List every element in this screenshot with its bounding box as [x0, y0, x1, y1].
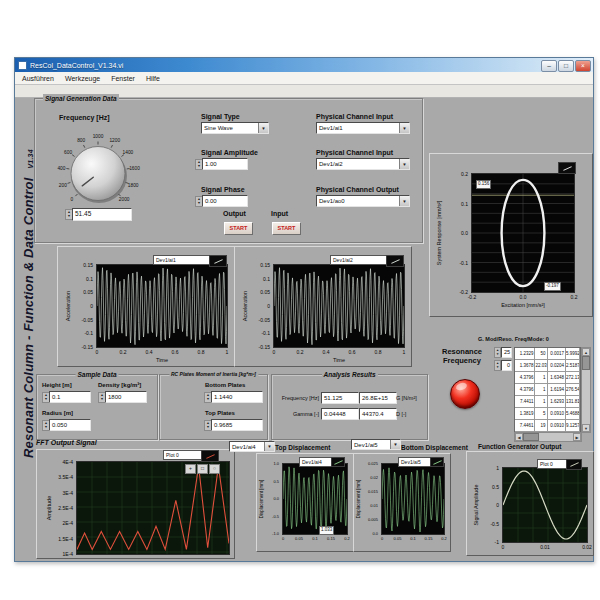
- menu-fenster[interactable]: Fenster: [111, 75, 135, 82]
- top-plates-field[interactable]: 0.9685: [211, 419, 263, 431]
- svg-text:1200: 1200: [109, 138, 120, 143]
- crosshair-tool-icon[interactable]: +: [185, 464, 196, 474]
- y-axis-tick: 0.1: [58, 276, 93, 282]
- table-index-col[interactable]: ▲▼0: [494, 360, 512, 371]
- graph-tool-palette[interactable]: +□○: [185, 464, 220, 474]
- pan-tool-icon[interactable]: ○: [209, 464, 220, 474]
- cursor-value: 1.033: [319, 526, 334, 535]
- y-axis-tick: 0.025: [354, 461, 378, 466]
- chevron-down-icon[interactable]: ▼: [399, 123, 409, 133]
- table-row: 1.381950.09105.4688: [515, 408, 580, 420]
- x-axis-tick: 0.0: [511, 294, 535, 300]
- physical-channel-input1-combo[interactable]: Dev1/ai1 ▼: [316, 122, 410, 134]
- rc-plates-frame-label: RC Plates Moment of Inertia [kg*m²]: [169, 370, 258, 379]
- plot-legend-icon: [386, 255, 404, 267]
- chevron-down-icon[interactable]: ▼: [390, 440, 400, 449]
- table-cell: 4.3796: [515, 384, 535, 396]
- maximize-button[interactable]: □: [558, 60, 574, 72]
- signal-phase-field[interactable]: 0.00: [202, 195, 248, 207]
- x-axis-tick: 0.2: [562, 294, 586, 300]
- plot-legend-icon: [209, 255, 227, 267]
- table-cell: 276.54: [566, 384, 580, 396]
- chevron-down-icon[interactable]: ▼: [264, 442, 274, 451]
- y-axis-tick: 3.5E-4: [37, 474, 73, 480]
- signal-amplitude-field[interactable]: 1.00: [202, 158, 248, 170]
- title-bar[interactable]: ResCol_DataControl_V1.34.vi – □ ×: [15, 58, 593, 72]
- analysis-g-value: 26.8E+15: [359, 392, 397, 404]
- scroll-left-icon[interactable]: ◀: [515, 433, 523, 441]
- menu-bar: Ausführen Werkzeuge Fenster Hilfe: [15, 72, 593, 85]
- table-cell: 5.9992: [566, 348, 580, 360]
- table-cell: 7.4411: [515, 396, 535, 408]
- y-axis-tick: -0.1: [235, 330, 270, 336]
- bottom-displacement-chart: 0.0250.020.0150.010.0050.000.050.10.150.…: [353, 453, 451, 552]
- x-axis-tick: 0.6: [163, 349, 187, 355]
- plot-legend: Dev1/ai2: [330, 255, 390, 265]
- radius-field[interactable]: 0.050: [49, 419, 91, 431]
- plot-legend-icon: [566, 459, 582, 470]
- table-horizontal-scrollbar[interactable]: ◀ ▶: [514, 432, 582, 442]
- scroll-up-icon[interactable]: ▲: [582, 348, 590, 356]
- cursor-value: -0.197: [544, 282, 561, 291]
- table-cell: 0.0017: [548, 348, 567, 360]
- analysis-results-frame-label: Analysis Results: [321, 370, 377, 379]
- y-axis-tick: 1: [467, 465, 499, 471]
- system_response-y-axis-label: Acceleration: [242, 291, 248, 321]
- input-start-button[interactable]: START: [272, 222, 301, 235]
- scrollbar-thumb[interactable]: [582, 356, 590, 370]
- close-button[interactable]: ×: [575, 60, 591, 72]
- table-cell: 0.0910: [548, 420, 567, 432]
- gmod-table-header: G. Mod/Reso. Freq/Mode: 0: [478, 336, 549, 342]
- table-cell: 131.81: [566, 396, 580, 408]
- physical-channel-input2-combo[interactable]: Dev1/ai2 ▼: [316, 158, 410, 170]
- physical-channel-output-combo[interactable]: Dev1/ao0 ▼: [316, 195, 410, 207]
- plot-legend-icon: [558, 162, 576, 174]
- x-axis-tick: 0.8: [366, 349, 390, 355]
- y-axis-tick: 1.5E-4: [37, 536, 73, 542]
- input-label: Input: [271, 210, 288, 217]
- density-field[interactable]: 1800: [105, 391, 147, 403]
- chevron-down-icon[interactable]: ▼: [399, 196, 409, 206]
- menu-hilfe[interactable]: Hilfe: [146, 75, 160, 82]
- table-cell: 1.3819: [515, 408, 535, 420]
- chevron-down-icon[interactable]: ▼: [399, 159, 409, 169]
- bottom_displacement-plot-area: [381, 463, 445, 535]
- x-axis-tick: 0.2: [288, 349, 312, 355]
- svg-text:1600: 1600: [129, 166, 140, 171]
- top-displacement-chart: 1.00.50.0-0.5-1.000.050.10.150.2Displace…: [256, 453, 354, 552]
- frequency-knob[interactable]: 0200400600800100012001400160018002000: [48, 127, 148, 219]
- table-cell: 272.13: [566, 372, 580, 384]
- physical-channel-output-value: Dev1/ao0: [319, 198, 345, 204]
- analysis-d-label: D [-]: [396, 411, 406, 417]
- minimize-button[interactable]: –: [541, 60, 557, 72]
- scroll-right-icon[interactable]: ▶: [573, 433, 581, 441]
- lissajous-x-axis-label: Excitation [mm/s²]: [493, 302, 553, 308]
- function-generator-title: Function Generator Output: [478, 443, 561, 450]
- table-index-row[interactable]: ▲▼25: [494, 347, 512, 358]
- signal-type-label: Signal Type: [201, 113, 240, 120]
- table-row: 4.379611.6348272.13: [515, 372, 580, 384]
- scroll-down-icon[interactable]: ▼: [582, 424, 590, 432]
- height-field[interactable]: 0.1: [49, 391, 91, 403]
- menu-ausfuehren[interactable]: Ausführen: [22, 75, 54, 82]
- signal-type-ring[interactable]: Sine Wave ▼: [201, 122, 269, 134]
- top-displacement-channel-value: Dev1/ai4: [232, 444, 256, 450]
- resonance-frequency-led[interactable]: [450, 379, 480, 409]
- table-vertical-scrollbar[interactable]: ▲ ▼: [581, 347, 591, 433]
- physical-channel-input2-label: Physical Channel Input: [316, 149, 393, 156]
- top_displacement-plot-area: [282, 463, 348, 535]
- gmod-table: 1.2329500.00175.99921.367822.030.02042.5…: [514, 347, 581, 433]
- bottom-plates-field[interactable]: 1.1440: [211, 391, 263, 403]
- zoom-tool-icon[interactable]: □: [197, 464, 208, 474]
- y-axis-tick: 0: [235, 303, 270, 309]
- menu-werkzeuge[interactable]: Werkzeuge: [65, 75, 100, 82]
- analysis-d-value: 44370.4: [359, 408, 397, 420]
- output-start-button[interactable]: START: [224, 222, 253, 235]
- frequency-value-field[interactable]: 51.45: [72, 208, 132, 221]
- top-displacement-channel-ring[interactable]: Dev1/ai4 ▼: [229, 441, 275, 452]
- chevron-down-icon[interactable]: ▼: [258, 123, 268, 133]
- bottom-displacement-channel-ring[interactable]: Dev1/ai5 ▼: [351, 439, 401, 450]
- y-axis-tick: -0.5: [467, 521, 499, 527]
- density-label: Density [kg/m³]: [98, 382, 141, 388]
- scrollbar-thumb[interactable]: [523, 433, 539, 441]
